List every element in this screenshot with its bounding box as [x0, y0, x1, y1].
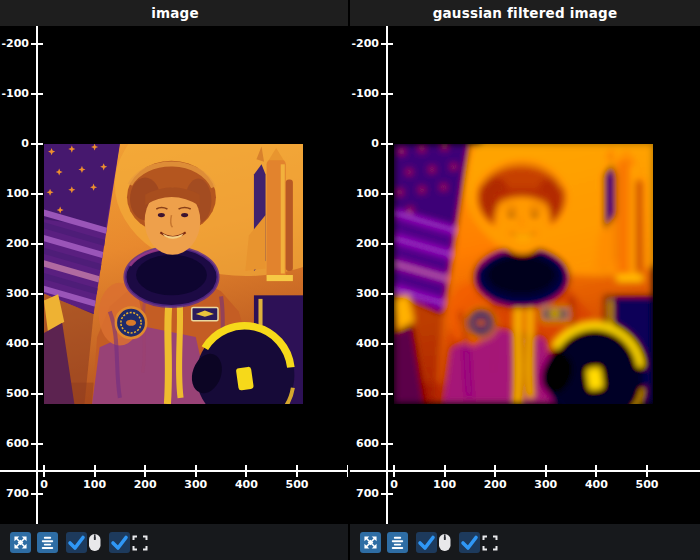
y-tick-label: 600 — [350, 437, 379, 451]
y-tick-label: -200 — [0, 37, 29, 51]
y-tick-mark — [381, 193, 393, 195]
x-tick-label: 500 — [625, 478, 669, 492]
y-tick-mark — [381, 243, 393, 245]
align-center-icon — [389, 534, 406, 551]
x-tick-label: 200 — [473, 478, 517, 492]
y-axis-line — [36, 26, 38, 524]
plot-area[interactable]: -200-10001002003004005006007000100200300… — [350, 26, 700, 524]
autoscale-button[interactable] — [360, 532, 381, 553]
x-tick-mark — [296, 465, 298, 477]
y-tick-mark — [31, 493, 43, 495]
panel-title-bar: gaussian filtered image — [350, 0, 700, 26]
x-tick-label: 100 — [423, 478, 467, 492]
y-tick-mark — [381, 343, 393, 345]
y-tick-label: -100 — [350, 87, 379, 101]
y-tick-mark — [381, 393, 393, 395]
x-tick-label: 0 — [372, 478, 416, 492]
astronaut-image — [44, 144, 303, 404]
panzoom-checkbox[interactable] — [66, 532, 87, 553]
y-tick-mark — [31, 93, 43, 95]
panel-image: image -200-10001002003004005006007000100… — [0, 0, 350, 560]
y-tick-label: 600 — [0, 437, 29, 451]
y-tick-label: 400 — [0, 337, 29, 351]
y-axis-line — [386, 26, 388, 524]
fullscreen-button[interactable] — [132, 532, 148, 553]
maintain-aspect-checkbox[interactable] — [109, 532, 130, 553]
x-tick-mark — [595, 465, 597, 477]
y-tick-label: -100 — [0, 87, 29, 101]
checkmark-icon — [66, 532, 87, 553]
panel-title: gaussian filtered image — [433, 5, 618, 21]
panel-divider — [348, 0, 350, 560]
y-tick-mark — [381, 293, 393, 295]
x-tick-mark — [646, 465, 648, 477]
center-scene-button[interactable] — [387, 532, 408, 553]
panel-title: image — [151, 5, 199, 21]
y-tick-mark — [31, 293, 43, 295]
x-tick-mark — [494, 465, 496, 477]
plot-toolbar — [0, 524, 350, 560]
align-center-icon — [39, 534, 56, 551]
autoscale-button[interactable] — [10, 532, 31, 553]
x-tick-mark — [545, 465, 547, 477]
y-tick-mark — [31, 393, 43, 395]
mouse-icon — [437, 532, 452, 553]
plot-toolbar — [350, 524, 700, 560]
y-tick-mark — [381, 143, 393, 145]
x-tick-label: 400 — [574, 478, 618, 492]
checkmark-icon — [109, 532, 130, 553]
y-tick-mark — [31, 43, 43, 45]
y-tick-label: 400 — [350, 337, 379, 351]
x-tick-label: 100 — [73, 478, 117, 492]
corner-brackets-icon — [132, 535, 148, 551]
x-tick-label: 500 — [275, 478, 319, 492]
fullscreen-button[interactable] — [482, 532, 498, 553]
y-tick-mark — [381, 43, 393, 45]
y-tick-label: -200 — [350, 37, 379, 51]
x-tick-label: 300 — [524, 478, 568, 492]
y-tick-label: 0 — [0, 137, 29, 151]
plot-area[interactable]: -200-10001002003004005006007000100200300… — [0, 26, 350, 524]
y-tick-label: 100 — [350, 187, 379, 201]
y-tick-label: 300 — [0, 287, 29, 301]
y-tick-label: 0 — [350, 137, 379, 151]
checkmark-icon — [416, 532, 437, 553]
checkmark-icon — [459, 532, 480, 553]
x-tick-mark — [195, 465, 197, 477]
y-tick-mark — [31, 443, 43, 445]
maintain-aspect-checkbox[interactable] — [459, 532, 480, 553]
gaussian-filtered-astronaut-image — [394, 144, 653, 404]
x-tick-mark — [393, 465, 395, 477]
x-tick-mark — [94, 465, 96, 477]
panel-gaussian-filtered-image: gaussian filtered image -200-10001002003… — [350, 0, 700, 560]
x-tick-mark — [444, 465, 446, 477]
y-tick-mark — [381, 443, 393, 445]
y-tick-mark — [31, 193, 43, 195]
expand-arrows-icon — [362, 534, 379, 551]
y-tick-mark — [31, 243, 43, 245]
panzoom-checkbox[interactable] — [416, 532, 437, 553]
y-tick-label: 500 — [350, 387, 379, 401]
y-tick-mark — [31, 143, 43, 145]
mouse-icon — [87, 532, 102, 553]
y-tick-mark — [31, 343, 43, 345]
y-tick-mark — [381, 93, 393, 95]
x-tick-label: 200 — [123, 478, 167, 492]
y-tick-label: 100 — [0, 187, 29, 201]
y-tick-label: 500 — [0, 387, 29, 401]
x-tick-mark — [144, 465, 146, 477]
x-tick-label: 400 — [224, 478, 268, 492]
image-widget-app: image -200-10001002003004005006007000100… — [0, 0, 700, 560]
panel-title-bar: image — [0, 0, 350, 26]
center-scene-button[interactable] — [37, 532, 58, 553]
expand-arrows-icon — [12, 534, 29, 551]
y-tick-label: 200 — [350, 237, 379, 251]
x-tick-label: 0 — [22, 478, 66, 492]
x-tick-mark — [43, 465, 45, 477]
y-tick-label: 300 — [350, 287, 379, 301]
x-tick-label: 300 — [174, 478, 218, 492]
y-tick-label: 200 — [0, 237, 29, 251]
x-tick-mark — [245, 465, 247, 477]
y-tick-mark — [381, 493, 393, 495]
corner-brackets-icon — [482, 535, 498, 551]
